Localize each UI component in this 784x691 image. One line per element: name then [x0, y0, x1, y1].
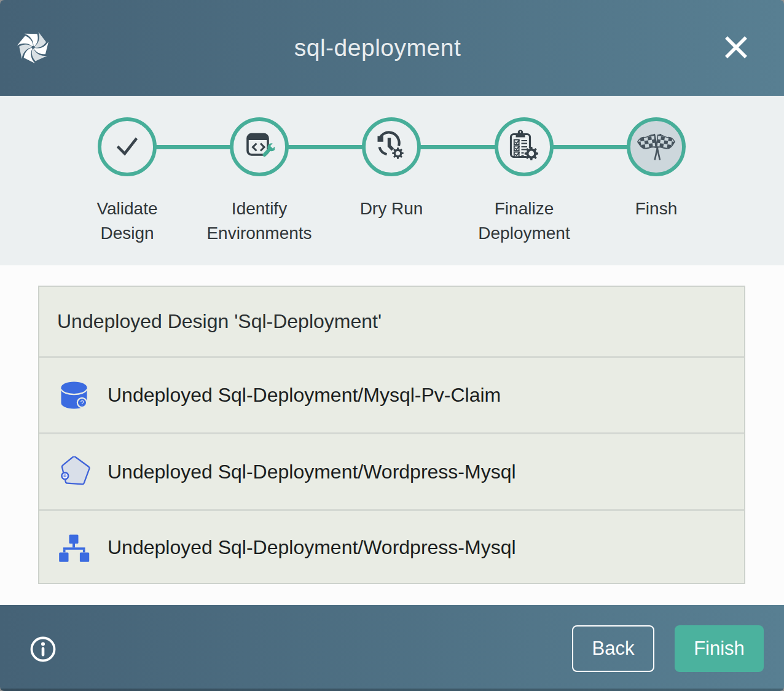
svg-text:?: ?: [80, 399, 84, 407]
